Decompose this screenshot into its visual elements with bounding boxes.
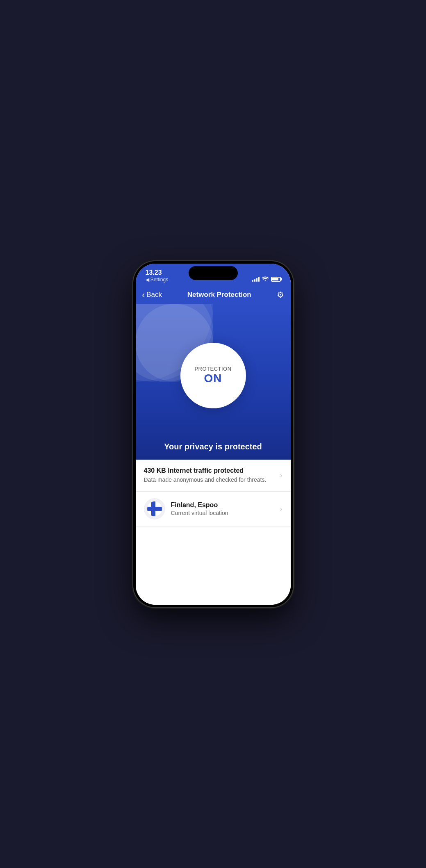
traffic-subtitle: Data made anonymous and checked for thre… bbox=[144, 476, 275, 484]
back-chevron-icon: ‹ bbox=[142, 290, 145, 299]
location-row[interactable]: Finland, Espoo Current virtual location … bbox=[136, 492, 291, 526]
settings-icon[interactable]: ⚙ bbox=[277, 290, 284, 300]
status-icons bbox=[252, 276, 281, 282]
protection-status: ON bbox=[204, 372, 222, 385]
page-title: Network Protection bbox=[162, 291, 277, 299]
traffic-title: 430 KB Internet traffic protected bbox=[144, 467, 275, 474]
location-info: Finland, Espoo Current virtual location bbox=[171, 501, 269, 516]
back-button[interactable]: ‹ Back bbox=[142, 290, 162, 299]
location-description: Current virtual location bbox=[171, 510, 269, 516]
phone-frame: 13.23 ◀ Settings bbox=[133, 261, 293, 607]
traffic-info-row[interactable]: 430 KB Internet traffic protected Data m… bbox=[136, 460, 291, 492]
traffic-row-content: 430 KB Internet traffic protected Data m… bbox=[144, 467, 275, 484]
nav-bar: ‹ Back Network Protection ⚙ bbox=[136, 286, 291, 304]
content-area: 430 KB Internet traffic protected Data m… bbox=[136, 460, 291, 605]
flag-container bbox=[144, 498, 165, 519]
signal-bar-3 bbox=[256, 278, 257, 282]
protection-toggle[interactable]: PROTECTION ON bbox=[180, 343, 246, 408]
location-chevron-icon: › bbox=[280, 505, 282, 513]
wifi-icon bbox=[262, 276, 269, 282]
protection-label: PROTECTION bbox=[194, 366, 231, 372]
battery-icon bbox=[271, 277, 281, 282]
hero-section: PROTECTION ON Your privacy is protected bbox=[136, 304, 291, 460]
signal-bar-1 bbox=[252, 280, 253, 282]
signal-bar-4 bbox=[258, 277, 260, 282]
traffic-chevron-icon: › bbox=[280, 471, 282, 480]
battery-fill bbox=[272, 278, 278, 280]
finland-flag-icon bbox=[147, 501, 162, 516]
dynamic-island bbox=[189, 266, 238, 280]
back-label: Back bbox=[146, 291, 162, 299]
signal-bar-2 bbox=[254, 279, 255, 282]
phone-screen: 13.23 ◀ Settings bbox=[136, 264, 291, 605]
flag-cross-vertical bbox=[151, 501, 155, 516]
privacy-message: Your privacy is protected bbox=[136, 442, 291, 451]
location-name: Finland, Espoo bbox=[171, 501, 269, 509]
signal-bars-icon bbox=[252, 277, 260, 282]
